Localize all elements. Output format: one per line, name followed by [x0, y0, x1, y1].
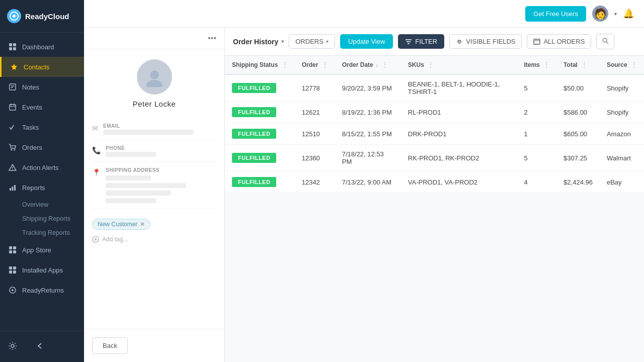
visible-fields-button[interactable]: VISIBLE FIELDS	[449, 34, 522, 49]
email-label: EMAIL	[103, 123, 194, 129]
col-order-date[interactable]: Order Date ↓ ⋮	[335, 56, 401, 74]
table-row[interactable]: FULFILLED 12778 9/20/22, 3:59 PM BEANIE-…	[225, 74, 644, 102]
table-row[interactable]: FULFILLED 12360 7/18/22, 12:53 PM RK-PRO…	[225, 145, 644, 171]
svg-point-15	[11, 149, 13, 151]
phone-value	[106, 152, 156, 157]
add-tag-button[interactable]: Add tag...	[92, 234, 216, 245]
status-badge: FULFILLED	[232, 153, 276, 163]
cell-skus: RL-PROD1	[401, 102, 517, 123]
cell-shipping-status: FULFILLED	[225, 123, 295, 145]
settings-button[interactable]	[0, 336, 25, 357]
tag-remove-button[interactable]: ✕	[140, 221, 145, 228]
svg-rect-27	[9, 266, 12, 269]
table-row[interactable]: FULFILLED 12621 8/19/22, 1:36 PM RL-PROD…	[225, 102, 644, 123]
phone-label: PHONE	[106, 145, 156, 151]
table-row[interactable]: FULFILLED 12510 8/15/22, 1:55 PM DRK-PRO…	[225, 123, 644, 145]
cell-total: $50.00	[556, 74, 600, 102]
all-orders-button[interactable]: ALL ORDERS	[527, 34, 591, 49]
status-badge: FULFILLED	[232, 177, 276, 187]
cell-items: 2	[517, 102, 556, 123]
sidebar-sub-item-overview[interactable]: Overview	[22, 198, 84, 212]
collapse-sidebar-button[interactable]	[27, 336, 52, 357]
col-menu-icon[interactable]: ⋮	[581, 61, 587, 68]
col-menu-icon[interactable]: ⋮	[543, 61, 549, 68]
svg-point-46	[603, 38, 607, 42]
logo-icon	[7, 9, 21, 23]
svg-rect-26	[13, 250, 16, 253]
sidebar-item-installed-apps[interactable]: Installed Apps	[0, 260, 84, 280]
col-menu-icon[interactable]: ⋮	[282, 61, 288, 68]
tag-chip: New Customer ✕	[92, 219, 150, 230]
filter-button[interactable]: FILTER	[398, 34, 444, 49]
phone-icon: 📞	[92, 146, 101, 154]
orders-dropdown[interactable]: ORDERS ▾	[289, 34, 335, 49]
svg-rect-3	[13, 43, 16, 46]
more-options-icon[interactable]: •••	[208, 34, 216, 43]
col-shipping-status[interactable]: Shipping Status ⋮	[225, 56, 295, 74]
col-items[interactable]: Items ⋮	[517, 56, 556, 74]
sidebar-item-tasks[interactable]: Tasks	[0, 117, 84, 137]
sidebar-item-app-store[interactable]: App Store	[0, 240, 84, 260]
user-menu-chevron[interactable]: ▾	[614, 11, 617, 17]
col-skus[interactable]: SKUs ⋮	[401, 56, 517, 74]
cell-items: 5	[517, 145, 556, 171]
back-button[interactable]: Back	[92, 337, 128, 354]
update-view-button[interactable]: Update View	[340, 34, 393, 49]
search-button[interactable]	[596, 34, 614, 49]
sidebar-logo[interactable]: ReadyCloud	[0, 0, 84, 33]
svg-rect-5	[13, 47, 16, 50]
svg-rect-2	[9, 43, 12, 46]
filter-label: FILTER	[415, 38, 437, 45]
tag-label: New Customer	[98, 221, 137, 228]
contact-avatar-area: Peter Locke	[84, 49, 224, 114]
order-history-toolbar: Order History ▾ ORDERS ▾ Update View FIL…	[225, 28, 644, 56]
col-menu-icon[interactable]: ⋮	[322, 61, 328, 68]
installed-apps-icon	[8, 265, 17, 275]
svg-rect-10	[10, 105, 16, 110]
table-header-row: Shipping Status ⋮ Order ⋮ Order Date ↓ ⋮	[225, 56, 644, 74]
cell-skus: BEANIE-1, BELT-1, HOODIE-1, TSHIRT-1	[401, 74, 517, 102]
svg-rect-23	[9, 246, 12, 249]
reports-submenu: Overview Shipping Reports Tracking Repor…	[0, 198, 84, 240]
notifications-bell-icon[interactable]: 🔔	[623, 8, 634, 19]
svg-rect-30	[13, 270, 16, 274]
sidebar-item-label: App Store	[22, 246, 51, 254]
back-area: Back	[84, 329, 224, 362]
order-history-dropdown[interactable]: Order History ▾	[233, 38, 284, 46]
sidebar-item-contacts[interactable]: Contacts	[0, 57, 84, 77]
col-order[interactable]: Order ⋮	[295, 56, 335, 74]
sidebar-item-dashboard[interactable]: Dashboard	[0, 37, 84, 57]
sidebar-item-reports[interactable]: Reports	[0, 177, 84, 198]
user-avatar[interactable]: 🧑	[592, 6, 608, 22]
col-total[interactable]: Total ⋮	[556, 56, 600, 74]
sidebar-item-events[interactable]: Events	[0, 97, 84, 117]
col-menu-icon[interactable]: ⋮	[428, 61, 434, 68]
col-source[interactable]: Source ⋮	[600, 56, 644, 74]
sidebar-sub-item-tracking-reports[interactable]: Tracking Reports	[22, 226, 84, 240]
tags-area: New Customer ✕ Add tag...	[84, 213, 224, 251]
cell-shipping-status: FULFILLED	[225, 74, 295, 102]
table-row[interactable]: FULFILLED 12342 7/13/22, 9:00 AM VA-PROD…	[225, 171, 644, 193]
orders-table: Shipping Status ⋮ Order ⋮ Order Date ↓ ⋮	[225, 56, 644, 193]
shipping-line-3	[106, 191, 171, 196]
svg-rect-4	[9, 47, 12, 50]
sidebar-item-action-alerts[interactable]: Action Alerts	[0, 157, 84, 177]
cell-order-date: 8/19/22, 1:36 PM	[335, 102, 401, 123]
sidebar-item-ready-returns[interactable]: ReadyReturns	[0, 280, 84, 300]
get-free-users-button[interactable]: Get Free Users	[525, 6, 586, 22]
cell-skus: DRK-PROD1	[401, 123, 517, 145]
cell-source: eBay	[600, 171, 644, 193]
topbar: Get Free Users 🧑 ▾ 🔔	[84, 0, 644, 28]
sidebar-item-notes[interactable]: Notes	[0, 77, 84, 97]
sidebar-item-label: ReadyReturns	[22, 287, 64, 294]
sidebar-sub-item-shipping-reports[interactable]: Shipping Reports	[22, 212, 84, 226]
sidebar-item-label: Events	[22, 104, 42, 111]
col-menu-icon[interactable]: ⋮	[382, 61, 388, 68]
sidebar-item-label: Installed Apps	[22, 266, 63, 274]
sidebar: ReadyCloud Dashboard Contacts Notes	[0, 0, 84, 362]
col-menu-icon[interactable]: ⋮	[631, 61, 637, 68]
sidebar-item-orders[interactable]: Orders	[0, 137, 84, 157]
sidebar-item-label: Reports	[22, 184, 45, 192]
panel-header: •••	[84, 28, 224, 49]
cell-order-date: 7/13/22, 9:00 AM	[335, 171, 401, 193]
